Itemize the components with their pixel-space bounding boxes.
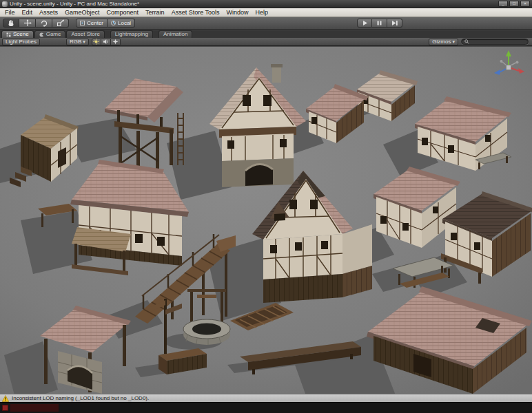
tab-scene-label: Scene — [13, 31, 29, 38]
center-pivot-icon — [80, 21, 85, 25]
move-tool-button[interactable] — [19, 19, 36, 28]
menu-window[interactable]: Window — [223, 8, 252, 17]
scale-tool-button[interactable] — [52, 19, 69, 28]
menu-file[interactable]: File — [1, 8, 19, 17]
chevron-down-icon: ▾ — [452, 39, 455, 44]
error-icon[interactable] — [2, 405, 8, 411]
space-local-button[interactable]: Local — [108, 19, 135, 28]
menu-component[interactable]: Component — [103, 8, 143, 17]
menu-edit[interactable]: Edit — [19, 8, 37, 17]
menu-assets[interactable]: Assets — [36, 8, 61, 17]
light-probes-label: Light Probes — [6, 39, 37, 45]
tab-asset-store-label: Asset Store — [71, 31, 99, 38]
tab-asset-store[interactable]: Asset Store — [66, 30, 104, 38]
main-toolbar: Center Local — [0, 17, 532, 30]
console-strip — [0, 402, 532, 413]
chevron-down-icon: ▾ — [83, 39, 85, 44]
render-channel-dropdown[interactable]: RGB ▾ — [66, 39, 89, 45]
lighting-toggle-button[interactable] — [92, 39, 101, 45]
local-space-icon — [111, 21, 116, 25]
tab-game-label: Game — [46, 31, 61, 38]
light-probes-button[interactable]: Light Probes — [2, 39, 40, 45]
scale-icon — [57, 19, 65, 27]
error-row[interactable] — [10, 404, 59, 412]
pause-button[interactable] — [372, 19, 387, 28]
sparkle-icon — [112, 39, 119, 45]
close-button[interactable]: × — [520, 1, 530, 7]
unity-window: Unity - scene.unity - Unity - PC and Mac… — [0, 0, 532, 413]
hand-tool-button[interactable] — [3, 19, 19, 28]
status-warning-text: Inconsistent LOD naming (_LOD1 found but… — [12, 394, 149, 402]
step-icon — [391, 20, 398, 26]
scene-view-canvas[interactable] — [0, 47, 532, 394]
render-channel-label: RGB — [70, 39, 81, 45]
move-icon — [23, 19, 32, 27]
status-bar[interactable]: Inconsistent LOD naming (_LOD1 found but… — [0, 394, 532, 402]
scene-view-toolbar: Light Probes RGB ▾ — [0, 38, 532, 46]
playback-controls — [357, 19, 402, 28]
titlebar: Unity - scene.unity - Unity - PC and Mac… — [0, 0, 532, 8]
gizmos-dropdown[interactable]: Gizmos ▾ — [429, 39, 458, 45]
rotate-icon — [40, 19, 48, 27]
tab-game[interactable]: Game — [34, 30, 66, 38]
scene-tab-icon — [6, 32, 11, 37]
tab-animation-label: Animation — [163, 31, 188, 38]
scene-viewport[interactable] — [0, 47, 532, 394]
warning-icon — [2, 395, 9, 402]
maximize-button[interactable]: □ — [509, 1, 519, 7]
play-button[interactable] — [357, 19, 372, 28]
speaker-icon — [103, 39, 109, 45]
tab-scene[interactable]: Scene — [1, 30, 34, 38]
pivot-center-button[interactable]: Center — [76, 19, 108, 28]
pivot-controls: Center Local — [76, 19, 135, 28]
minimize-button[interactable]: _ — [498, 1, 508, 7]
unity-app-icon — [2, 1, 8, 7]
menubar: File Edit Assets GameObject Component Te… — [0, 8, 532, 17]
tab-animation[interactable]: Animation — [158, 30, 193, 38]
dock-tabs: Scene Game Asset Store Lightmapping Anim… — [0, 30, 532, 38]
audio-toggle-button[interactable] — [101, 39, 111, 45]
pause-icon — [376, 20, 382, 26]
sun-icon — [93, 39, 99, 45]
menu-terrain[interactable]: Terrain — [142, 8, 168, 17]
tab-lightmapping-label: Lightmapping — [115, 31, 148, 38]
transform-tools — [3, 19, 69, 28]
play-icon — [362, 20, 368, 26]
window-controls: _ □ × — [498, 1, 530, 7]
window-title: Unity - scene.unity - Unity - PC and Mac… — [10, 1, 496, 8]
gizmos-label: Gizmos — [432, 39, 451, 45]
step-button[interactable] — [387, 19, 402, 28]
menu-gameobject[interactable]: GameObject — [61, 8, 103, 17]
space-local-label: Local — [118, 20, 131, 26]
menu-asset-store-tools[interactable]: Asset Store Tools — [168, 8, 223, 17]
menu-help[interactable]: Help — [252, 8, 272, 17]
scene-search-input[interactable] — [461, 39, 529, 45]
search-icon — [464, 39, 469, 44]
hand-icon — [7, 19, 15, 27]
effects-toggle-button[interactable] — [111, 39, 121, 45]
game-tab-icon — [39, 32, 44, 37]
pivot-center-label: Center — [87, 20, 103, 26]
rotate-tool-button[interactable] — [36, 19, 52, 28]
scene-view-toggles — [92, 39, 121, 45]
tab-lightmapping[interactable]: Lightmapping — [110, 30, 153, 38]
